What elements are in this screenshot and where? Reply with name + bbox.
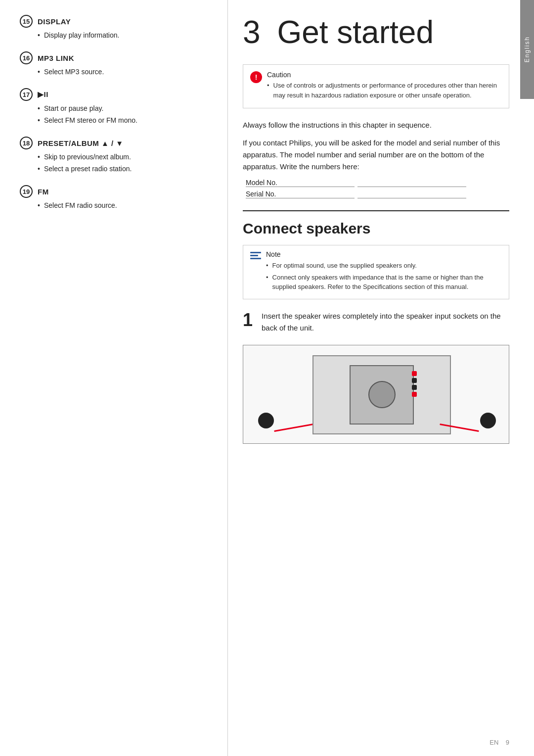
step-1-number: 1	[243, 311, 253, 329]
note-label: Note	[266, 250, 502, 258]
item-17-number: 17	[20, 88, 33, 101]
chapter-number: 3	[243, 14, 261, 50]
item-16-number: 16	[20, 51, 33, 64]
speaker-unit	[350, 365, 414, 425]
note-icon-bar-2	[250, 255, 258, 256]
list-item: Start or pause play.	[38, 103, 213, 114]
wire-left	[274, 424, 313, 432]
item-16: 16 MP3 LINK Select MP3 source.	[20, 51, 213, 77]
section-divider	[243, 210, 509, 211]
item-16-header: 16 MP3 LINK	[20, 51, 213, 64]
note-icon	[250, 252, 261, 259]
item-18-title: PRESET/ALBUM ▲ / ▼	[38, 139, 124, 147]
item-15-title: DISPLAY	[38, 17, 71, 26]
speaker-connector-left	[258, 413, 274, 428]
item-18-bullets: Skip to previous/next album. Select a pr…	[38, 152, 213, 174]
list-item: For optimal sound, use the supplied spea…	[266, 261, 502, 271]
list-item: Select FM radio source.	[38, 200, 213, 211]
list-item: Select MP3 source.	[38, 67, 213, 77]
item-17: 17 ▶II Start or pause play. Select FM st…	[20, 88, 213, 126]
note-box: Note For optimal sound, use the supplied…	[243, 245, 509, 299]
terminal-4	[412, 392, 417, 397]
item-19-bullets: Select FM radio source.	[38, 200, 213, 211]
section-heading: Connect speakers	[243, 220, 509, 237]
model-no-line: Model No.	[243, 179, 509, 187]
item-17-bullets: Start or pause play. Select FM stereo or…	[38, 103, 213, 126]
list-item: Select a preset radio station.	[38, 164, 213, 174]
model-no-blank	[357, 179, 466, 187]
caution-content: Caution Use of controls or adjustments o…	[267, 71, 502, 102]
serial-no-line: Serial No.	[243, 190, 509, 198]
item-15-header: 15 DISPLAY	[20, 15, 213, 28]
item-19: 19 FM Select FM radio source.	[20, 185, 213, 211]
item-17-header: 17 ▶II	[20, 88, 213, 101]
item-18-header: 18 PRESET/ALBUM ▲ / ▼	[20, 137, 213, 149]
item-16-bullets: Select MP3 source.	[38, 67, 213, 77]
note-bullets: For optimal sound, use the supplied spea…	[266, 261, 502, 292]
caution-label: Caution	[267, 71, 502, 79]
list-item: Display play information.	[38, 30, 213, 41]
item-19-title: FM	[38, 188, 49, 196]
terminal-3	[412, 385, 417, 390]
body-paragraph-2: If you contact Philips, you will be aske…	[243, 137, 509, 173]
note-icon-bar-3	[250, 258, 261, 259]
note-content: Note For optimal sound, use the supplied…	[266, 250, 502, 294]
list-item: Select FM stereo or FM mono.	[38, 115, 213, 126]
list-item: Connect only speakers with impedance tha…	[266, 273, 502, 292]
item-18-number: 18	[20, 137, 33, 149]
caution-icon: !	[250, 71, 262, 83]
item-17-title: ▶II	[38, 90, 48, 99]
list-item: Use of controls or adjustments or perfor…	[267, 81, 502, 100]
item-15: 15 DISPLAY Display play information.	[20, 15, 213, 41]
step-1-text: Insert the speaker wires completely into…	[262, 310, 509, 334]
body-paragraph-1: Always follow the instructions in this c…	[243, 119, 509, 131]
speaker-diagram	[243, 345, 509, 444]
terminal-2	[412, 378, 417, 383]
chapter-heading: 3 Get started	[243, 15, 509, 49]
chapter-title-text: Get started	[277, 14, 434, 50]
speaker-terminals	[412, 371, 417, 397]
item-16-title: MP3 LINK	[38, 54, 74, 62]
footer-page: 9	[506, 739, 509, 746]
note-icon-bar-1	[250, 252, 261, 253]
terminal-1	[412, 371, 417, 376]
caution-box: ! Caution Use of controls or adjustments…	[243, 64, 509, 108]
item-19-number: 19	[20, 185, 33, 198]
list-item: Skip to previous/next album.	[38, 152, 213, 162]
item-15-number: 15	[20, 15, 33, 28]
caution-bullets: Use of controls or adjustments or perfor…	[267, 81, 502, 100]
speaker-cone	[368, 381, 396, 408]
step-1-block: 1 Insert the speaker wires completely in…	[243, 310, 509, 334]
left-column: 15 DISPLAY Display play information. 16 …	[0, 0, 227, 756]
footer-lang: EN	[490, 739, 498, 746]
speaker-connector-right	[480, 413, 496, 428]
sidebar-language-label: English	[524, 36, 531, 62]
item-15-bullets: Display play information.	[38, 30, 213, 41]
sidebar-language-tab: English	[520, 0, 534, 99]
serial-no-blank	[357, 190, 466, 198]
item-19-header: 19 FM	[20, 185, 213, 198]
main-unit-box	[312, 355, 451, 434]
footer: EN 9	[490, 739, 509, 746]
right-column: 3 Get started ! Caution Use of controls …	[227, 0, 534, 756]
item-18: 18 PRESET/ALBUM ▲ / ▼ Skip to previous/n…	[20, 137, 213, 174]
